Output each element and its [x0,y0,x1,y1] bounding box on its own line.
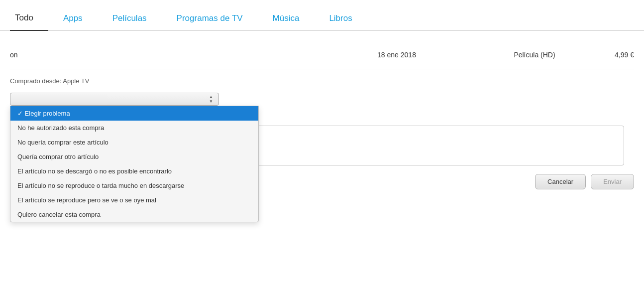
dropdown-arrow-icon: ▲▼ [207,95,215,104]
tab-apps[interactable]: Apps [48,7,98,30]
purchase-name: on [10,51,90,59]
content-area: on 18 ene 2018 Película (HD) 4,99 € Comp… [0,31,644,167]
comprado-label: Comprado desde: Apple TV [10,77,89,85]
comprado-section: Comprado desde: Apple TV [10,69,634,90]
tab-peliculas[interactable]: Películas [98,7,162,30]
tab-bar: Todo Apps Películas Programas de TV Músi… [0,0,644,31]
purchase-date: 18 ene 2018 [299,51,495,59]
dropdown-wrapper: ▲▼ ✓ Elegir problema No he autorizado es… [10,93,219,106]
tab-todo[interactable]: Todo [10,7,48,31]
purchase-row: on 18 ene 2018 Película (HD) 4,99 € [10,41,634,69]
tab-musica[interactable]: Música [258,7,315,30]
dropdown-area: ▲▼ ✓ Elegir problema No he autorizado es… [10,93,634,106]
tab-programas[interactable]: Programas de TV [162,7,258,30]
tab-libros[interactable]: Libros [314,7,367,30]
dropdown-option-0[interactable]: ✓ Elegir problema [10,106,258,121]
purchase-type: Película (HD) [495,51,574,59]
dropdown-option-1[interactable]: No he autorizado esta compra [10,121,258,135]
dropdown-option-5[interactable]: El artículo no se reproduce o tarda much… [10,178,258,193]
dropdown-list: ✓ Elegir problema No he autorizado esta … [10,106,259,222]
dropdown-display[interactable]: ▲▼ [10,93,219,106]
dropdown-option-4[interactable]: El artículo no se descargó o no es posib… [10,164,258,178]
dropdown-option-3[interactable]: Quería comprar otro artículo [10,150,258,164]
purchase-price: 4,99 € [574,51,634,59]
dropdown-option-6[interactable]: El artículo se reproduce pero se ve o se… [10,193,258,207]
cancel-button[interactable]: Cancelar [535,174,586,189]
dropdown-option-7[interactable]: Quiero cancelar esta compra [10,207,258,222]
submit-button[interactable]: Enviar [591,174,634,189]
dropdown-option-2[interactable]: No quería comprar este artículo [10,135,258,150]
